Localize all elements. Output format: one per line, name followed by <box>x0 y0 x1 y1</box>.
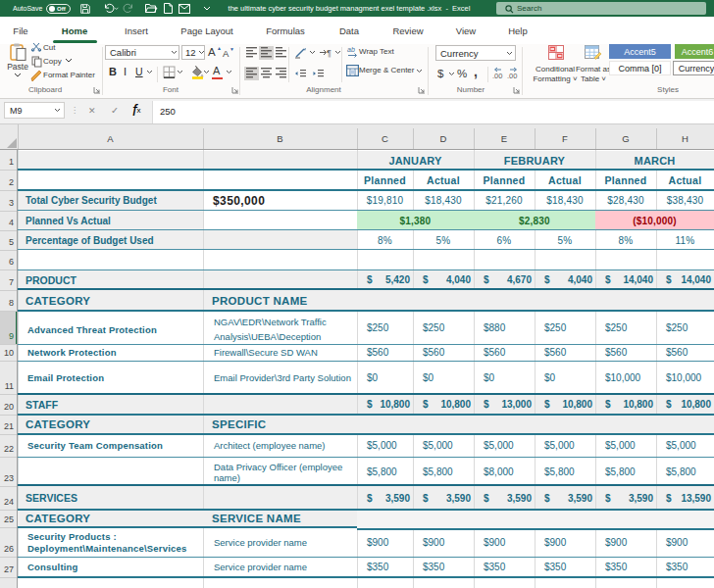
svg-text:ab: ab <box>347 46 355 53</box>
svg-text:.00: .00 <box>492 72 502 80</box>
svg-text:¶: ¶ <box>327 48 332 58</box>
svg-text:.00: .00 <box>507 72 517 80</box>
